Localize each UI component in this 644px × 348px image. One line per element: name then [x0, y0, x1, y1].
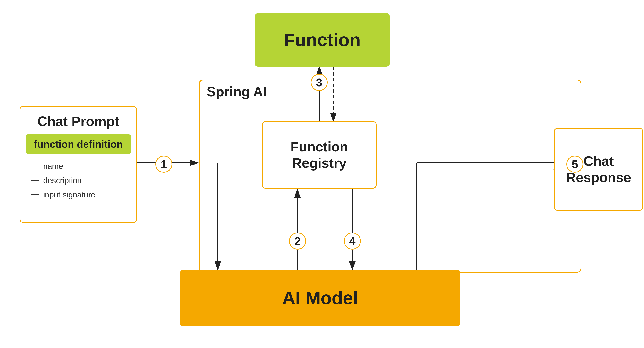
- detail-input-signature: input signature: [31, 188, 136, 202]
- spring-ai-label: Spring AI: [207, 84, 267, 99]
- ai-model-label: AI Model: [282, 288, 358, 309]
- chat-response-box: ChatResponse: [554, 128, 643, 211]
- function-definition-badge: function definition: [26, 134, 131, 154]
- step-badge-2: 2: [289, 233, 306, 250]
- step-badge-3: 3: [311, 74, 328, 91]
- function-box: Function: [254, 13, 390, 67]
- function-registry-box: FunctionRegistry: [262, 121, 376, 189]
- function-registry-label: FunctionRegistry: [290, 139, 348, 171]
- ai-model-box: AI Model: [180, 270, 460, 327]
- step-badge-4: 4: [344, 233, 361, 250]
- detail-name: name: [31, 159, 136, 173]
- chat-prompt-details: name description input signature: [31, 159, 136, 202]
- spring-ai-box: Spring AI: [199, 79, 582, 273]
- diagram-container: Function Spring AI FunctionRegistry Chat…: [0, 0, 644, 348]
- detail-description: description: [31, 173, 136, 188]
- function-label: Function: [284, 29, 360, 50]
- step-badge-5: 5: [566, 156, 584, 173]
- chat-prompt-box: Chat Prompt function definition name des…: [20, 106, 137, 223]
- step-badge-1: 1: [155, 156, 172, 173]
- chat-prompt-title: Chat Prompt: [20, 107, 136, 129]
